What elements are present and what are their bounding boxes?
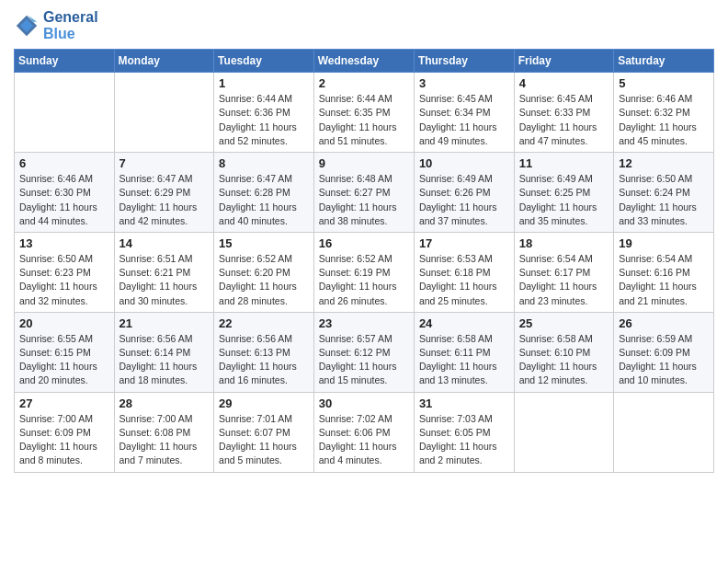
- day-info: Sunrise: 7:00 AM Sunset: 6:08 PM Dayligh…: [119, 412, 210, 468]
- day-number: 3: [419, 76, 509, 90]
- day-number: 31: [419, 396, 509, 410]
- weekday-header: Friday: [514, 50, 614, 73]
- calendar-cell: [114, 73, 214, 153]
- day-info: Sunrise: 6:48 AM Sunset: 6:27 PM Dayligh…: [319, 172, 409, 228]
- day-info: Sunrise: 6:54 AM Sunset: 6:16 PM Dayligh…: [619, 252, 709, 308]
- calendar-header-row: SundayMondayTuesdayWednesdayThursdayFrid…: [15, 50, 714, 73]
- day-number: 26: [619, 316, 709, 330]
- calendar-cell: [15, 73, 115, 153]
- day-number: 21: [119, 316, 210, 330]
- day-number: 30: [319, 396, 409, 410]
- weekday-header: Tuesday: [214, 50, 314, 73]
- calendar-cell: 15Sunrise: 6:52 AM Sunset: 6:20 PM Dayli…: [214, 232, 314, 312]
- day-info: Sunrise: 6:44 AM Sunset: 6:36 PM Dayligh…: [219, 92, 309, 148]
- calendar-cell: 17Sunrise: 6:53 AM Sunset: 6:18 PM Dayli…: [414, 232, 514, 312]
- day-number: 22: [219, 316, 309, 330]
- day-info: Sunrise: 7:02 AM Sunset: 6:06 PM Dayligh…: [319, 412, 409, 468]
- calendar-cell: [614, 392, 714, 472]
- calendar-cell: 6Sunrise: 6:46 AM Sunset: 6:30 PM Daylig…: [15, 153, 115, 233]
- calendar-cell: 19Sunrise: 6:54 AM Sunset: 6:16 PM Dayli…: [614, 232, 714, 312]
- calendar-cell: 13Sunrise: 6:50 AM Sunset: 6:23 PM Dayli…: [15, 232, 115, 312]
- weekday-header: Sunday: [15, 50, 115, 73]
- weekday-header: Thursday: [414, 50, 514, 73]
- day-info: Sunrise: 6:56 AM Sunset: 6:13 PM Dayligh…: [219, 332, 309, 388]
- day-info: Sunrise: 7:00 AM Sunset: 6:09 PM Dayligh…: [19, 412, 109, 468]
- day-info: Sunrise: 6:52 AM Sunset: 6:19 PM Dayligh…: [319, 252, 409, 308]
- day-number: 20: [19, 316, 109, 330]
- calendar-cell: 2Sunrise: 6:44 AM Sunset: 6:35 PM Daylig…: [313, 73, 414, 153]
- calendar-cell: 30Sunrise: 7:02 AM Sunset: 6:06 PM Dayli…: [313, 392, 414, 472]
- day-info: Sunrise: 6:46 AM Sunset: 6:30 PM Dayligh…: [19, 172, 109, 228]
- calendar-cell: 1Sunrise: 6:44 AM Sunset: 6:36 PM Daylig…: [214, 73, 314, 153]
- day-info: Sunrise: 6:58 AM Sunset: 6:10 PM Dayligh…: [519, 332, 609, 388]
- day-number: 10: [419, 156, 509, 170]
- day-number: 25: [519, 316, 609, 330]
- calendar-week-row: 20Sunrise: 6:55 AM Sunset: 6:15 PM Dayli…: [15, 312, 714, 392]
- calendar-cell: 10Sunrise: 6:49 AM Sunset: 6:26 PM Dayli…: [414, 153, 514, 233]
- day-info: Sunrise: 6:49 AM Sunset: 6:26 PM Dayligh…: [419, 172, 509, 228]
- day-number: 23: [319, 316, 409, 330]
- calendar-cell: 31Sunrise: 7:03 AM Sunset: 6:05 PM Dayli…: [414, 392, 514, 472]
- day-info: Sunrise: 7:01 AM Sunset: 6:07 PM Dayligh…: [219, 412, 309, 468]
- day-info: Sunrise: 6:58 AM Sunset: 6:11 PM Dayligh…: [419, 332, 509, 388]
- calendar-cell: 23Sunrise: 6:57 AM Sunset: 6:12 PM Dayli…: [313, 312, 414, 392]
- day-info: Sunrise: 6:52 AM Sunset: 6:20 PM Dayligh…: [219, 252, 309, 308]
- calendar-week-row: 13Sunrise: 6:50 AM Sunset: 6:23 PM Dayli…: [15, 232, 714, 312]
- calendar-cell: 4Sunrise: 6:45 AM Sunset: 6:33 PM Daylig…: [514, 73, 614, 153]
- calendar-cell: 25Sunrise: 6:58 AM Sunset: 6:10 PM Dayli…: [514, 312, 614, 392]
- day-number: 4: [519, 76, 609, 90]
- calendar-cell: 18Sunrise: 6:54 AM Sunset: 6:17 PM Dayli…: [514, 232, 614, 312]
- day-info: Sunrise: 6:53 AM Sunset: 6:18 PM Dayligh…: [419, 252, 509, 308]
- day-number: 9: [319, 156, 409, 170]
- day-number: 16: [319, 236, 409, 250]
- day-info: Sunrise: 6:44 AM Sunset: 6:35 PM Dayligh…: [319, 92, 409, 148]
- calendar-cell: 5Sunrise: 6:46 AM Sunset: 6:32 PM Daylig…: [614, 73, 714, 153]
- day-number: 15: [219, 236, 309, 250]
- day-number: 27: [19, 396, 109, 410]
- day-number: 29: [219, 396, 309, 410]
- day-info: Sunrise: 6:45 AM Sunset: 6:34 PM Dayligh…: [419, 92, 509, 148]
- calendar-cell: 27Sunrise: 7:00 AM Sunset: 6:09 PM Dayli…: [15, 392, 115, 472]
- day-number: 13: [19, 236, 109, 250]
- day-info: Sunrise: 6:55 AM Sunset: 6:15 PM Dayligh…: [19, 332, 109, 388]
- day-number: 14: [119, 236, 210, 250]
- logo: General Blue: [14, 9, 98, 41]
- day-number: 24: [419, 316, 509, 330]
- day-info: Sunrise: 6:50 AM Sunset: 6:24 PM Dayligh…: [619, 172, 709, 228]
- day-info: Sunrise: 6:56 AM Sunset: 6:14 PM Dayligh…: [119, 332, 210, 388]
- day-info: Sunrise: 6:54 AM Sunset: 6:17 PM Dayligh…: [519, 252, 609, 308]
- calendar-cell: 9Sunrise: 6:48 AM Sunset: 6:27 PM Daylig…: [313, 153, 414, 233]
- calendar-week-row: 6Sunrise: 6:46 AM Sunset: 6:30 PM Daylig…: [15, 153, 714, 233]
- day-info: Sunrise: 7:03 AM Sunset: 6:05 PM Dayligh…: [419, 412, 509, 468]
- calendar-cell: 12Sunrise: 6:50 AM Sunset: 6:24 PM Dayli…: [614, 153, 714, 233]
- calendar-cell: 21Sunrise: 6:56 AM Sunset: 6:14 PM Dayli…: [114, 312, 214, 392]
- weekday-header: Wednesday: [313, 50, 414, 73]
- calendar-cell: 3Sunrise: 6:45 AM Sunset: 6:34 PM Daylig…: [414, 73, 514, 153]
- calendar-cell: 26Sunrise: 6:59 AM Sunset: 6:09 PM Dayli…: [614, 312, 714, 392]
- day-number: 11: [519, 156, 609, 170]
- day-number: 7: [119, 156, 210, 170]
- weekday-header: Monday: [114, 50, 214, 73]
- day-number: 6: [19, 156, 109, 170]
- calendar-cell: 7Sunrise: 6:47 AM Sunset: 6:29 PM Daylig…: [114, 153, 214, 233]
- calendar-cell: 8Sunrise: 6:47 AM Sunset: 6:28 PM Daylig…: [214, 153, 314, 233]
- day-number: 18: [519, 236, 609, 250]
- day-info: Sunrise: 6:46 AM Sunset: 6:32 PM Dayligh…: [619, 92, 709, 148]
- calendar-cell: [514, 392, 614, 472]
- day-number: 8: [219, 156, 309, 170]
- day-info: Sunrise: 6:51 AM Sunset: 6:21 PM Dayligh…: [119, 252, 210, 308]
- day-number: 17: [419, 236, 509, 250]
- calendar-week-row: 1Sunrise: 6:44 AM Sunset: 6:36 PM Daylig…: [15, 73, 714, 153]
- calendar-cell: 20Sunrise: 6:55 AM Sunset: 6:15 PM Dayli…: [15, 312, 115, 392]
- day-number: 1: [219, 76, 309, 90]
- calendar-cell: 28Sunrise: 7:00 AM Sunset: 6:08 PM Dayli…: [114, 392, 214, 472]
- day-number: 19: [619, 236, 709, 250]
- weekday-header: Saturday: [614, 50, 714, 73]
- day-info: Sunrise: 6:49 AM Sunset: 6:25 PM Dayligh…: [519, 172, 609, 228]
- logo-text: General Blue: [43, 9, 98, 41]
- calendar-cell: 22Sunrise: 6:56 AM Sunset: 6:13 PM Dayli…: [214, 312, 314, 392]
- calendar-cell: 16Sunrise: 6:52 AM Sunset: 6:19 PM Dayli…: [313, 232, 414, 312]
- logo-icon: [14, 13, 40, 39]
- day-info: Sunrise: 6:50 AM Sunset: 6:23 PM Dayligh…: [19, 252, 109, 308]
- day-info: Sunrise: 6:47 AM Sunset: 6:28 PM Dayligh…: [219, 172, 309, 228]
